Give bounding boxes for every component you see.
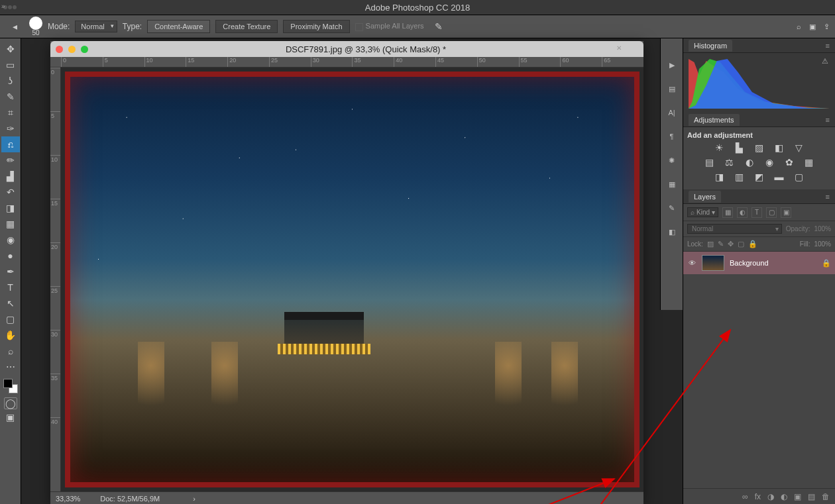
collapse-icon[interactable]: » [1,3,5,10]
lock-position-icon[interactable]: ✥ [728,240,734,248]
histogram-panel-header[interactable]: Histogram≡ [683,38,835,53]
move-tool[interactable]: ✥ [1,41,20,57]
quick-select-tool[interactable]: ✎ [1,89,20,105]
mask-icon[interactable]: ◑ [767,492,774,501]
exposure-icon[interactable]: ◧ [773,142,786,154]
delete-icon[interactable]: 🗑 [822,492,830,501]
hue-icon[interactable]: ▤ [703,156,716,168]
zoom-level[interactable]: 33,33% [56,495,80,503]
levels-icon[interactable]: ▙ [733,142,746,154]
curves-icon[interactable]: ▨ [753,142,766,154]
panel-menu-icon[interactable]: ≡ [826,116,830,124]
status-arrow-icon[interactable]: › [193,495,195,503]
proximity-match-button[interactable]: Proximity Match [283,20,349,33]
more-tools[interactable]: ⋯ [1,359,20,375]
home-icon[interactable]: ◂ [5,19,24,34]
filter-type-icon[interactable]: T [752,207,762,218]
screen-mode-toggle[interactable]: ▣ [1,409,20,425]
lasso-tool[interactable]: ʖ [1,73,20,89]
dodge-tool[interactable]: ● [1,248,20,264]
blend-mode-dropdown[interactable]: Normal [75,21,117,32]
visibility-icon[interactable]: 👁 [687,259,696,267]
type-tool[interactable]: T [1,279,20,295]
threshold-icon[interactable]: ◩ [753,171,766,183]
swatches-icon[interactable]: ▦ [665,177,679,191]
brushes-icon[interactable]: ✎ [665,201,679,215]
channels-icon[interactable]: ◧ [665,225,679,238]
layers-footer: ∞ fx ◑ ◐ ▣ ▤ 🗑 [683,488,835,504]
history-brush-tool[interactable]: ↶ [1,184,20,200]
eyedropper-tool[interactable]: ✑ [1,121,20,136]
adjustments-panel-header[interactable]: Adjustments≡ [683,113,835,127]
blur-tool[interactable]: ◉ [1,232,20,248]
sample-all-checkbox[interactable] [355,23,363,31]
lock-all-icon[interactable]: 🔒 [748,240,757,248]
quick-mask-toggle[interactable]: ◯ [4,397,17,409]
posterize-icon[interactable]: ▥ [733,171,746,183]
filter-shape-icon[interactable]: ▢ [766,207,777,218]
healing-brush-tool[interactable]: ⎌ [1,136,20,152]
search-icon[interactable]: ⌕ [797,23,801,30]
filter-smart-icon[interactable]: ▣ [781,207,791,218]
type-panel-icon[interactable]: A| [665,106,679,119]
path-select-tool[interactable]: ↖ [1,295,20,311]
tab-close-icon[interactable]: ✕ [612,41,626,54]
panel-menu-icon[interactable]: ≡ [826,193,830,201]
warning-icon[interactable]: ⚠ [822,57,828,66]
filter-adjust-icon[interactable]: ◐ [737,207,748,218]
layer-filter-kind[interactable]: ⌕ Kind ▾ [687,207,718,217]
selective-icon[interactable]: ▢ [793,171,806,183]
create-texture-button[interactable]: Create Texture [215,20,278,33]
gradmap-icon[interactable]: ▬ [773,171,786,183]
layer-blend-mode[interactable]: Normal [687,224,782,234]
lock-transparent-icon[interactable]: ▨ [707,240,714,248]
content-aware-button[interactable]: Content-Aware [147,20,210,33]
crop-tool[interactable]: ⌗ [1,105,20,121]
vibrance-icon[interactable]: ▽ [793,142,806,154]
eraser-tool[interactable]: ◨ [1,200,20,216]
canvas[interactable] [61,68,643,491]
zoom-tool[interactable]: ⌕ [1,343,20,359]
bw-icon[interactable]: ◐ [743,156,756,168]
fill-value[interactable]: 100% [814,240,831,248]
play-icon[interactable]: ▶ [665,58,679,72]
lookup-icon[interactable]: ▦ [803,156,816,168]
panel-menu-icon[interactable]: ≡ [826,42,830,50]
workspace-icon[interactable]: ▣ [809,23,816,31]
share-icon[interactable]: ⇪ [824,23,830,31]
brush-tool[interactable]: ✏ [1,152,20,168]
lock-artboard-icon[interactable]: ▢ [738,240,744,248]
layer-row-background[interactable]: 👁 Background 🔒 [683,252,835,274]
clone-stamp-tool[interactable]: ▟ [1,168,20,184]
maximize-icon[interactable] [81,46,88,53]
brush-preset[interactable]: 50 [29,17,42,36]
filter-pixel-icon[interactable]: ▦ [722,207,733,218]
new-adjust-icon[interactable]: ◐ [781,492,787,501]
doc-size[interactable]: Doc: 52,5M/56,9M [100,495,160,503]
minimize-icon[interactable] [68,46,76,53]
opacity-value[interactable]: 100% [814,225,831,232]
lock-pixels-icon[interactable]: ✎ [718,240,724,248]
gradient-tool[interactable]: ▦ [1,216,20,232]
new-layer-icon[interactable]: ▤ [808,492,815,501]
brightness-icon[interactable]: ☀ [713,142,726,154]
paragraph-icon[interactable]: ¶ [665,130,679,143]
fx-icon[interactable]: fx [755,492,761,501]
mixer-icon[interactable]: ✿ [783,156,796,168]
pen-tool[interactable]: ✒ [1,264,20,279]
color-wheel-icon[interactable]: ✺ [665,154,679,167]
history-icon[interactable]: ▤ [665,82,679,95]
color-swatches[interactable] [3,379,18,393]
link-icon[interactable]: ∞ [742,492,748,501]
rectangle-tool[interactable]: ▢ [1,311,20,327]
document-tab[interactable]: DSCF7891.jpg @ 33,3% (Quick Mask/8) * [50,41,643,57]
layers-panel-header[interactable]: Layers≡ [683,189,835,204]
balance-icon[interactable]: ⚖ [723,156,736,168]
pressure-icon[interactable]: ✎ [429,19,448,34]
marquee-tool[interactable]: ▭ [1,57,20,73]
invert-icon[interactable]: ◨ [713,171,726,183]
hand-tool[interactable]: ✋ [1,327,20,343]
close-icon[interactable] [56,46,63,53]
group-icon[interactable]: ▣ [794,492,801,501]
photofilter-icon[interactable]: ◉ [763,156,776,168]
